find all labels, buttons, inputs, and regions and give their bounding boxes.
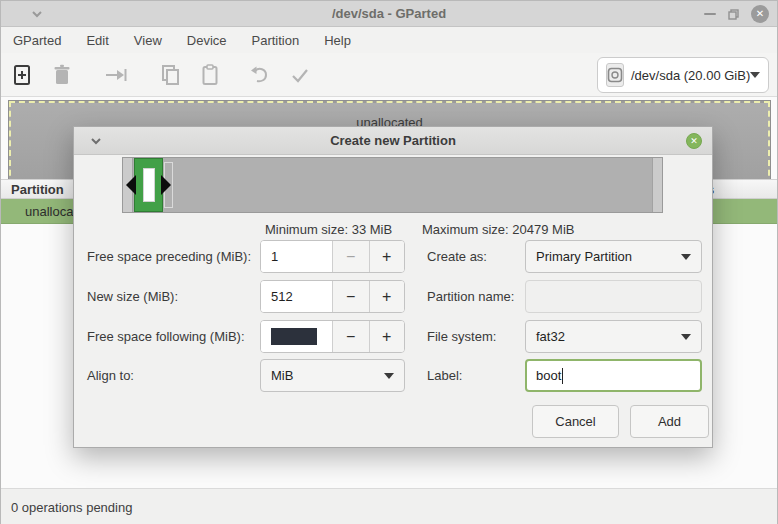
menu-partition[interactable]: Partition <box>244 29 308 52</box>
new-size-label: New size (MiB): <box>87 280 178 313</box>
slider-right-resize-arrow-icon[interactable] <box>161 175 171 195</box>
menu-help[interactable]: Help <box>316 29 359 52</box>
paste-icon[interactable] <box>195 60 225 90</box>
window-controls: ✕ <box>704 1 769 27</box>
file-system-dropdown[interactable]: fat32 <box>525 320 702 353</box>
toolbar: /dev/sda (20.00 GiB) <box>1 53 777 97</box>
align-to-value: MiB <box>271 368 384 383</box>
new-partition-segment[interactable] <box>134 158 163 212</box>
create-as-label: Create as: <box>427 240 487 273</box>
partition-name-label: Partition name: <box>427 280 514 313</box>
minus-button[interactable]: − <box>332 241 368 272</box>
plus-button[interactable]: + <box>369 321 404 352</box>
dialog-close-icon[interactable]: ✕ <box>686 133 702 149</box>
free-space-preceding-input[interactable]: 1 <box>261 241 332 272</box>
free-space-following-label: Free space following (MiB): <box>87 320 245 353</box>
column-header-partition: Partition <box>11 182 64 197</box>
free-space-preceding-label: Free space preceding (MiB): <box>87 240 251 273</box>
create-as-dropdown[interactable]: Primary Partition <box>525 240 702 273</box>
new-partition-icon[interactable] <box>7 60 37 90</box>
free-space-following-spinner: − + <box>260 320 405 353</box>
create-as-value: Primary Partition <box>536 249 681 264</box>
new-size-spinner: 512 − + <box>260 280 405 313</box>
menu-bar: GParted Edit View Device Partition Help <box>1 27 777 53</box>
menu-device[interactable]: Device <box>179 29 235 52</box>
minimum-size-text: Minimum size: 33 MiB <box>265 222 392 237</box>
device-selector-value: /dev/sda (20.00 GiB) <box>631 68 750 83</box>
add-button[interactable]: Add <box>630 405 709 438</box>
title-bar: /dev/sda - GParted ✕ <box>1 1 777 27</box>
slider-left-resize-arrow-icon[interactable] <box>126 175 136 195</box>
file-system-value: fat32 <box>536 329 681 344</box>
restore-icon[interactable] <box>728 9 739 20</box>
plus-button[interactable]: + <box>369 241 404 272</box>
delete-partition-icon[interactable] <box>47 60 77 90</box>
minimize-icon[interactable] <box>704 13 716 15</box>
menu-gparted[interactable]: GParted <box>5 29 69 52</box>
new-size-input[interactable]: 512 <box>261 281 332 312</box>
text-cursor <box>562 368 563 384</box>
minus-button[interactable]: − <box>332 281 368 312</box>
align-to-dropdown[interactable]: MiB <box>260 359 405 392</box>
file-system-label: File system: <box>427 320 496 353</box>
minus-button[interactable]: − <box>332 321 368 352</box>
create-partition-dialog: Create new Partition ✕ Minimum size: 33 … <box>73 126 713 448</box>
slider-right-cap <box>652 158 662 212</box>
copy-icon[interactable] <box>155 60 185 90</box>
menu-view[interactable]: View <box>126 29 170 52</box>
undo-icon[interactable] <box>245 60 275 90</box>
align-to-label: Align to: <box>87 359 134 392</box>
apply-icon[interactable] <box>285 60 315 90</box>
window-title: /dev/sda - GParted <box>1 6 777 21</box>
operations-pending-status: 0 operations pending <box>11 500 132 515</box>
menu-edit[interactable]: Edit <box>78 29 116 52</box>
device-selector[interactable]: /dev/sda (20.00 GiB) <box>597 57 769 93</box>
plus-button[interactable]: + <box>369 281 404 312</box>
status-bar: 0 operations pending <box>1 488 777 524</box>
chevron-down-icon <box>681 334 691 340</box>
cancel-button[interactable]: Cancel <box>532 405 619 438</box>
dialog-title: Create new Partition <box>74 133 712 148</box>
partition-name-input[interactable] <box>525 280 702 313</box>
label-input[interactable]: boot <box>525 359 702 392</box>
partition-name-field <box>525 280 702 313</box>
free-space-following-input[interactable] <box>261 321 332 352</box>
dialog-title-bar[interactable]: Create new Partition ✕ <box>74 127 712 155</box>
label-label: Label: <box>427 359 462 392</box>
selected-text-block <box>271 328 317 345</box>
chevron-down-icon <box>750 72 760 78</box>
free-space-preceding-spinner: 1 − + <box>260 240 405 273</box>
disk-icon <box>606 63 624 87</box>
label-field: boot <box>525 359 702 392</box>
toolbar-buttons <box>7 53 315 97</box>
label-input-value: boot <box>536 368 561 383</box>
gparted-window: /dev/sda - GParted ✕ GParted Edit View D… <box>0 0 778 524</box>
slider-move-handle[interactable] <box>143 168 155 202</box>
close-icon[interactable]: ✕ <box>751 5 769 23</box>
resize-move-icon[interactable] <box>101 60 131 90</box>
partition-size-slider[interactable] <box>122 157 663 213</box>
maximum-size-text: Maximum size: 20479 MiB <box>422 222 574 237</box>
chevron-down-icon <box>384 373 394 379</box>
chevron-down-icon <box>681 254 691 260</box>
